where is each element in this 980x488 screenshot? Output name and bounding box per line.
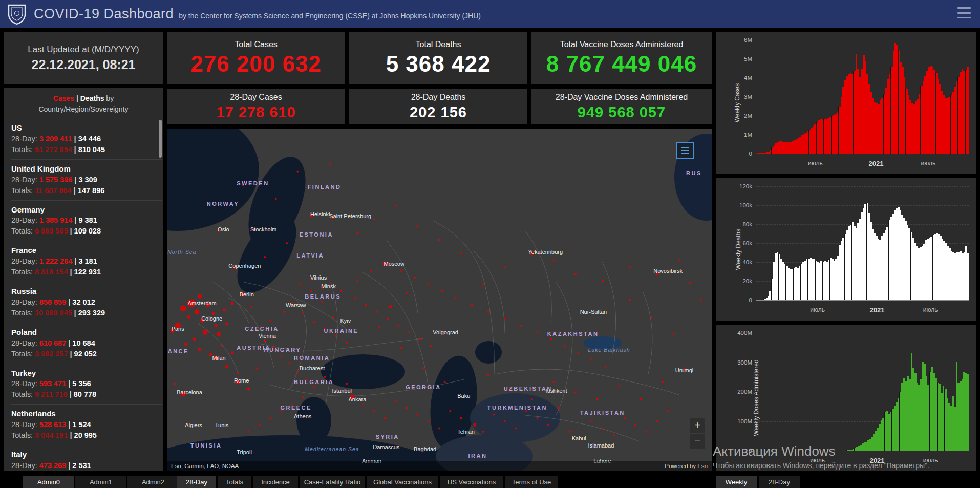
case-dot[interactable] (198, 294, 202, 299)
case-dot[interactable] (280, 355, 282, 357)
case-dot[interactable] (596, 398, 599, 400)
case-dot[interactable] (356, 280, 358, 282)
case-dot[interactable] (275, 198, 277, 200)
case-dot[interactable] (645, 431, 647, 433)
case-dot[interactable] (288, 362, 290, 364)
case-dot[interactable] (174, 383, 176, 385)
tab-28-day[interactable]: 28-Day (177, 476, 216, 488)
case-dot[interactable] (346, 342, 348, 344)
case-dot[interactable] (211, 312, 215, 315)
case-dot[interactable] (422, 367, 424, 369)
case-dot[interactable] (384, 417, 386, 419)
zoom-in-button[interactable]: + (690, 418, 705, 433)
case-dot[interactable] (376, 311, 378, 313)
case-dot[interactable] (400, 347, 402, 349)
case-dot[interactable] (272, 347, 274, 349)
case-dot[interactable] (340, 290, 342, 292)
case-dot[interactable] (460, 417, 462, 419)
case-dot[interactable] (209, 353, 212, 356)
case-dot[interactable] (569, 431, 571, 433)
case-dot[interactable] (225, 322, 228, 325)
tab-case-fatality-ratio[interactable]: Case-Fatality Ratio (300, 476, 365, 488)
tab-admin0[interactable]: Admin0 (23, 476, 74, 488)
case-dot[interactable] (509, 388, 511, 390)
case-dot[interactable] (629, 266, 631, 268)
case-dot[interactable] (346, 383, 348, 385)
case-dot[interactable] (634, 424, 636, 426)
case-dot[interactable] (640, 398, 642, 400)
case-dot[interactable] (487, 374, 489, 376)
world-map[interactable]: SWEDENNORWAYFINLANDESTONIALATVIABELARUSC… (167, 129, 712, 471)
bar[interactable] (967, 374, 969, 451)
case-dot[interactable] (428, 420, 430, 422)
case-dot[interactable] (354, 297, 356, 299)
case-dot[interactable] (305, 379, 307, 381)
powered-by-esri[interactable]: Powered by Esri (665, 463, 708, 469)
case-dot[interactable] (296, 171, 299, 173)
case-dot[interactable] (296, 371, 299, 373)
case-dot[interactable] (324, 376, 326, 378)
country-row[interactable]: US28-Day: 3 209 411 | 34 446Totals: 51 2… (11, 119, 162, 160)
case-dot[interactable] (252, 228, 255, 231)
case-dot[interactable] (673, 333, 675, 335)
country-row[interactable]: Germany28-Day: 1 385 914 | 9 381Totals: … (11, 201, 162, 242)
case-dot[interactable] (329, 283, 331, 285)
case-dot[interactable] (184, 343, 187, 346)
tab-weekly[interactable]: Weekly (716, 476, 757, 488)
case-dot[interactable] (397, 325, 399, 327)
case-dot[interactable] (455, 297, 457, 299)
case-dot[interactable] (537, 417, 539, 419)
case-dot[interactable] (302, 396, 304, 398)
case-dot[interactable] (473, 423, 476, 427)
case-dot[interactable] (667, 410, 669, 412)
case-dot[interactable] (487, 311, 489, 313)
case-dot[interactable] (321, 301, 323, 303)
case-dot[interactable] (662, 381, 664, 383)
case-dot[interactable] (441, 290, 443, 292)
tab-global-vaccinations[interactable]: Global Vaccinations (367, 476, 438, 488)
case-dot[interactable] (537, 331, 539, 333)
case-dot[interactable] (280, 410, 282, 412)
case-dot[interactable] (406, 407, 408, 409)
case-dot[interactable] (504, 317, 506, 320)
case-dot[interactable] (362, 404, 364, 406)
case-dot[interactable] (187, 299, 196, 307)
case-dot[interactable] (408, 331, 410, 333)
bar[interactable] (967, 253, 969, 300)
tab-incidence[interactable]: Incidence (253, 476, 298, 488)
case-dot[interactable] (387, 317, 389, 320)
case-dot[interactable] (629, 299, 631, 301)
case-dot[interactable] (373, 410, 375, 412)
case-dot[interactable] (574, 273, 577, 275)
case-dot[interactable] (591, 359, 593, 361)
case-dot[interactable] (237, 372, 239, 374)
case-dot[interactable] (198, 348, 201, 351)
case-dot[interactable] (530, 252, 534, 255)
case-dot[interactable] (515, 427, 517, 429)
case-dot[interactable] (444, 381, 446, 383)
case-dot[interactable] (504, 266, 506, 268)
case-dot[interactable] (605, 366, 607, 368)
zoom-out-button[interactable]: − (690, 434, 705, 449)
case-dot[interactable] (406, 292, 408, 294)
case-dot[interactable] (264, 256, 266, 258)
case-dot[interactable] (383, 262, 387, 266)
case-dot[interactable] (264, 340, 266, 342)
case-dot[interactable] (242, 184, 244, 186)
tab-admin1[interactable]: Admin1 (75, 476, 126, 488)
case-dot[interactable] (231, 302, 234, 305)
case-dot[interactable] (656, 420, 658, 422)
case-dot[interactable] (214, 355, 219, 360)
case-dot[interactable] (577, 352, 579, 354)
country-row[interactable]: Netherlands28-Day: 528 613 | 1 524Totals… (11, 405, 162, 445)
case-dot[interactable] (531, 398, 533, 400)
case-dot[interactable] (231, 351, 234, 354)
case-dot[interactable] (602, 427, 604, 429)
case-dot[interactable] (291, 302, 293, 304)
country-row[interactable]: France28-Day: 1 222 264 | 3 181Totals: 8… (11, 241, 162, 282)
case-dot[interactable] (181, 391, 186, 396)
tab-admin2[interactable]: Admin2 (127, 476, 179, 488)
case-dot[interactable] (195, 309, 200, 314)
case-dot[interactable] (564, 345, 566, 347)
case-dot[interactable] (300, 283, 302, 285)
